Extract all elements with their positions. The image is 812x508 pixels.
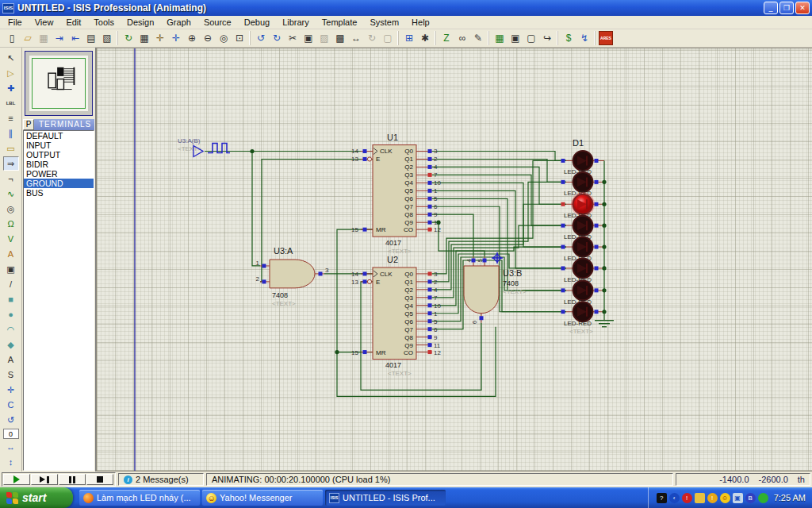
2d-symbol-mode-button[interactable]: S xyxy=(3,368,19,382)
menu-template[interactable]: Template xyxy=(316,17,364,28)
wire-autorouter-button[interactable]: Z xyxy=(439,31,454,45)
voltage-probe-mode-button[interactable]: V xyxy=(3,232,19,246)
security-shield-tray-icon[interactable]: ! xyxy=(682,493,692,503)
menu-view[interactable]: View xyxy=(29,17,60,28)
2d-box-mode-button[interactable]: ■ xyxy=(3,292,19,306)
zoom-out-button[interactable]: ⊖ xyxy=(201,31,215,45)
bill-of-materials-button[interactable]: $ xyxy=(561,31,576,45)
2d-line-mode-button[interactable]: / xyxy=(3,277,19,291)
menu-file[interactable]: File xyxy=(2,17,29,28)
chip-u2[interactable]: U24017<TEXT>CLK14E13MR15Q03Q12Q24Q37Q410… xyxy=(351,255,441,377)
redraw-button[interactable]: ↻ xyxy=(121,31,136,45)
led-red-6[interactable]: LED-RED xyxy=(561,259,605,283)
wire[interactable] xyxy=(252,152,260,266)
new-sheet-button[interactable]: ▣ xyxy=(508,31,523,45)
export-section-button[interactable]: ⇤ xyxy=(68,31,82,45)
terminal-item-bus[interactable]: BUS xyxy=(24,188,94,198)
menu-help[interactable]: Help xyxy=(405,17,436,28)
text-script-mode-button[interactable]: ≡ xyxy=(3,111,19,125)
restore-button[interactable]: ❐ xyxy=(779,2,794,14)
property-assignment-button[interactable]: ✎ xyxy=(471,31,485,45)
task-yahoo[interactable]: ☺Yahoo! Messenger xyxy=(202,490,323,506)
folder-tray-icon[interactable] xyxy=(695,493,705,503)
language-tray-icon[interactable]: ‹ xyxy=(669,493,680,503)
start-button[interactable]: start xyxy=(0,487,73,508)
menu-debug[interactable]: Debug xyxy=(238,17,276,28)
redo-button[interactable]: ↻ xyxy=(270,31,284,45)
2d-arc-mode-button[interactable]: ◠ xyxy=(3,322,19,337)
tape-recorder-mode-button[interactable]: ◎ xyxy=(3,202,19,216)
yahoo-messenger-tray-icon[interactable]: ☺ xyxy=(720,493,730,503)
component-mode-button[interactable]: ▷ xyxy=(3,66,19,80)
schematic-canvas[interactable]: U3:A(B)<TEXT>U14017<TEXT>CLK14E13MR15Q03… xyxy=(96,48,812,471)
toggle-grid-button[interactable]: ▦ xyxy=(137,31,151,45)
menu-tools[interactable]: Tools xyxy=(87,17,121,28)
zoom-area-button[interactable]: ⊡ xyxy=(232,31,247,45)
wire[interactable] xyxy=(432,206,566,312)
2d-circle-mode-button[interactable]: ● xyxy=(3,307,19,321)
undo-button[interactable]: ↺ xyxy=(254,31,268,45)
virtual-instruments-mode-button[interactable]: ▣ xyxy=(3,262,19,276)
rotate-anticlockwise-button[interactable]: ↺ xyxy=(3,413,19,427)
selection-mode-button[interactable]: ↖ xyxy=(3,51,19,65)
status-tray-icon[interactable] xyxy=(758,493,768,503)
rotation-angle-field[interactable] xyxy=(3,429,19,439)
center-at-cursor-button[interactable]: ✛ xyxy=(169,31,183,45)
2d-marker-mode-button[interactable]: ✛ xyxy=(3,383,19,397)
gate-u3a[interactable]: 123U3:A7408<TEXT> xyxy=(256,246,329,307)
terminal-item-ground[interactable]: GROUND xyxy=(24,179,94,188)
terminals-mode-button[interactable]: ⇒ xyxy=(3,156,19,171)
search-tag-button[interactable]: ∞ xyxy=(455,31,469,45)
save-design-button[interactable]: ▦ xyxy=(36,31,51,45)
help-tray-icon[interactable]: ? xyxy=(657,493,667,503)
cut-button[interactable]: ✂ xyxy=(285,31,300,45)
pick-device-button[interactable]: P xyxy=(23,119,34,130)
clock-generator[interactable]: U3:A(B)<TEXT> xyxy=(178,137,230,157)
pick-parts-button[interactable]: ⊞ xyxy=(402,31,416,45)
terminal-item-output[interactable]: OUTPUT xyxy=(24,150,94,160)
paste-button[interactable]: ▨ xyxy=(317,31,331,45)
terminal-item-bidir[interactable]: BIDIR xyxy=(24,160,94,169)
minimize-button[interactable]: _ xyxy=(764,2,778,14)
zoom-all-button[interactable]: ◎ xyxy=(216,31,231,45)
bluetooth-tray-icon[interactable]: B xyxy=(745,493,756,503)
open-design-button[interactable]: ▱ xyxy=(21,31,35,45)
gate-u3b[interactable]: 456U3:B7408<TEXT> xyxy=(464,256,527,324)
buses-mode-button[interactable]: ∥ xyxy=(3,126,19,140)
graph-mode-button[interactable]: ∿ xyxy=(3,187,19,201)
new-design-button[interactable]: ▯ xyxy=(5,31,19,45)
menu-source[interactable]: Source xyxy=(197,17,238,28)
terminal-item-power[interactable]: POWER xyxy=(24,169,94,179)
print-design-button[interactable]: ▤ xyxy=(84,31,98,45)
menu-edit[interactable]: Edit xyxy=(59,17,87,28)
schematic-overview[interactable] xyxy=(25,51,93,116)
terminal-item-input[interactable]: INPUT xyxy=(24,140,94,150)
chip-u1[interactable]: U14017<TEXT>CLK14E13MR15Q03Q12Q24Q37Q410… xyxy=(351,133,441,255)
play-button[interactable] xyxy=(3,474,30,485)
mark-output-area-button[interactable]: ▧ xyxy=(100,31,114,45)
menu-design[interactable]: Design xyxy=(121,17,160,28)
wire-label-mode-button[interactable]: LBL xyxy=(3,96,19,110)
y-mirror-button[interactable]: ↕ xyxy=(3,455,19,469)
message-panel[interactable]: i 2 Message(s) xyxy=(118,473,204,486)
task-firefox[interactable]: Làm mạch LED nháy (... xyxy=(79,490,200,506)
terminal-item-default[interactable]: DEFAULT xyxy=(24,131,94,140)
goto-sheet-button[interactable]: ↪ xyxy=(540,31,554,45)
menu-library[interactable]: Library xyxy=(276,17,316,28)
block-move-button[interactable]: ↔ xyxy=(349,31,363,45)
block-copy-button[interactable]: ▩ xyxy=(333,31,347,45)
pause-button[interactable] xyxy=(59,474,86,485)
subcircuit-mode-button[interactable]: ▭ xyxy=(3,141,19,156)
x-mirror-button[interactable]: ↔ xyxy=(3,440,19,454)
close-button[interactable]: ✕ xyxy=(795,2,810,14)
device-pins-mode-button[interactable]: ¬ xyxy=(3,171,19,186)
remove-sheet-button[interactable]: ▢ xyxy=(524,31,538,45)
current-probe-mode-button[interactable]: A xyxy=(3,247,19,261)
step-button[interactable] xyxy=(31,474,58,485)
block-rotate-button[interactable]: ↻ xyxy=(365,31,379,45)
ground-symbol[interactable] xyxy=(595,321,614,327)
false-origin-button[interactable]: ✛ xyxy=(153,31,167,45)
wire[interactable] xyxy=(432,159,566,182)
and-gate-body[interactable] xyxy=(464,266,499,314)
task-isis[interactable]: ISISUNTITLED - ISIS Prof... xyxy=(325,490,446,506)
